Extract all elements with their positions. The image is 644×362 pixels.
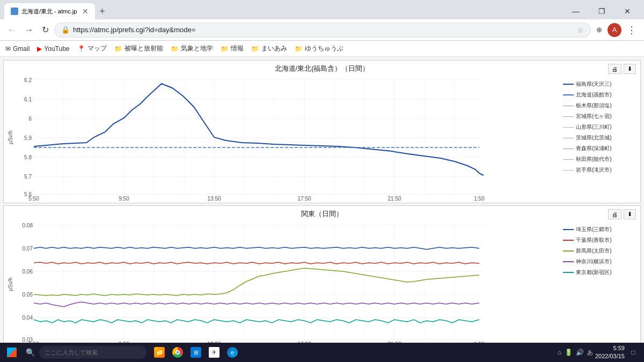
reload-button[interactable]: ↻ [39,23,52,37]
bookmark-youtube[interactable]: ▶ YouTube [37,45,69,53]
chart1-tools: 🖨 ⬇ [608,64,636,74]
address-bar[interactable]: 🔒 https://atmc.jp/prefs.cgi?id=day&mode=… [54,23,591,38]
svg-text:17:50: 17:50 [297,196,311,201]
nav-bar: ← → ↻ 🔒 https://atmc.jp/prefs.cgi?id=day… [0,19,644,41]
menu-button[interactable]: ⋮ [624,23,640,37]
battery-icon: 🔋 [565,349,573,356]
chart1-y-label: μSv/h [4,75,17,201]
chart2-title: 関東（日間） [4,206,640,220]
gmail-icon: ✉ [5,45,11,53]
svg-text:5.8: 5.8 [24,154,32,160]
active-tab[interactable]: 北海道/東北 - atmc.jp ✕ [4,3,95,19]
taskbar-app4[interactable]: ✈ [206,343,223,362]
windows-logo [7,348,17,357]
svg-text:0.06: 0.06 [23,269,33,275]
chart1-download-button[interactable]: ⬇ [624,64,636,74]
taskbar-app3[interactable]: ⊞ [187,343,204,362]
back-button[interactable]: ← [4,23,19,37]
profile-button[interactable]: A [608,23,621,37]
url-text: https://atmc.jp/prefs.cgi?id=day&mode= [73,26,574,34]
legend-item-9: 岩手県(滝沢市) [563,165,637,175]
time-display: 5:59 2022/03/15 [595,344,625,361]
tab-bar: 北海道/東北 - atmc.jp ✕ + — ❐ ✕ [0,0,644,19]
maps-icon: 📍 [77,45,85,53]
chart1-title: 北海道/東北(福島含）（日間） [4,61,640,75]
bookmark-folder5[interactable]: 📁 ゆうちゅうぶ [295,44,343,53]
legend-item-1: 福島県(天沢三) [563,79,637,90]
svg-text:5:50: 5:50 [28,196,39,201]
chart2-download-button[interactable]: ⬇ [624,209,636,219]
tab-close-button[interactable]: ✕ [82,7,89,16]
page-content: 北海道/東北(福島含）（日間） 🖨 ⬇ μSv/h [0,57,644,343]
close-button[interactable]: ✕ [615,3,640,19]
chart2-y-label: μSv/h [4,220,17,343]
svg-text:0.08: 0.08 [23,223,33,228]
chart1-wrapper: 北海道/東北(福島含）（日間） 🖨 ⬇ μSv/h [3,60,641,203]
legend-item-3: 栃木県(那須塩) [563,100,637,111]
start-button[interactable] [0,343,24,362]
taskbar-edge[interactable]: e [224,343,241,362]
svg-text:9:50: 9:50 [119,196,129,201]
chart2-print-button[interactable]: 🖨 [608,209,621,219]
lock-icon: 🔒 [61,26,70,34]
notification-button[interactable]: □ [627,343,640,362]
chart1-print-button[interactable]: 🖨 [608,64,621,74]
svg-text:6: 6 [28,116,32,122]
chart1-plot-area: 6.2 6.1 6 5.9 5.8 5.7 5.6 [17,75,560,201]
svg-rect-0 [17,75,500,201]
svg-rect-35 [17,220,500,343]
search-button[interactable]: 🔍 [24,346,37,359]
svg-text:0.07: 0.07 [23,246,33,252]
taskbar-right: ⌂ 🔋 🔊 あ 5:59 2022/03/15 □ [558,343,644,362]
folder4-icon: 📁 [251,45,259,53]
window-controls: — ❐ ✕ [564,3,640,19]
chart2-legend: 埼玉県(三郷市) 千葉県(香取市) 群馬県(太田市) 神奈川(横浜市) 東京都(… [560,220,640,343]
tab-label: 北海道/東北 - atmc.jp [21,8,77,16]
minimize-button[interactable]: — [564,3,588,19]
taskbar-search[interactable] [39,346,147,359]
legend2-item-3: 群馬県(太田市) [563,246,637,256]
extensions-button[interactable]: ⊕ [593,24,605,36]
chart2-plot-area: 0.08 0.07 0.06 0.05 0.04 0.03 [17,220,560,343]
volume-icon: 🔊 [576,349,584,356]
bookmark-folder3[interactable]: 📁 情報 [221,44,244,53]
folder2-icon: 📁 [171,45,179,53]
taskbar-chrome[interactable] [169,343,186,362]
date-display: 2022/03/15 [595,352,625,360]
bookmark-folder1[interactable]: 📁 被曝と放射能 [114,44,163,53]
svg-text:6.2: 6.2 [24,77,32,83]
system-icons: ⌂ 🔋 🔊 あ [558,349,593,357]
folder5-icon: 📁 [295,45,303,53]
bookmark-folder2[interactable]: 📁 気象と地学 [171,44,213,53]
taskbar: 🔍 📁 ⊞ ✈ e ⌂ 🔋 🔊 あ 5:59 2022/03/15 [0,343,644,362]
legend-item-4: 宮城県(七ヶ宿) [563,111,637,122]
new-tab-button[interactable]: + [95,4,109,19]
forward-button[interactable]: → [21,23,36,37]
svg-text:5.7: 5.7 [24,174,32,180]
svg-text:13:50: 13:50 [207,196,221,201]
tab-favicon [11,8,18,15]
restore-button[interactable]: ❐ [589,3,614,19]
bookmark-folder4[interactable]: 📁 まいあみ [251,44,287,53]
legend-item-5: 山形県(三川町) [563,122,637,132]
bookmark-star[interactable]: ☆ [577,26,584,34]
svg-text:6.1: 6.1 [24,97,32,102]
chart1-legend: 福島県(天沢三) 北海道(函館市) 栃木県(那須塩) 宮城県(七ヶ宿) 山形県(… [560,75,640,201]
legend-item-8: 秋田県(能代市) [563,154,637,165]
bookmark-maps[interactable]: 📍 マップ [77,44,107,53]
chart1-svg: 6.2 6.1 6 5.9 5.8 5.7 5.6 [17,75,500,201]
bookmark-gmail[interactable]: ✉ Gmail [5,45,30,53]
chart2-tools: 🖨 ⬇ [608,209,636,219]
legend2-item-5: 東京都(新宿区) [563,267,637,278]
chart2-svg: 0.08 0.07 0.06 0.05 0.04 0.03 [17,220,500,343]
legend2-item-2: 千葉県(香取市) [563,235,637,246]
taskbar-explorer[interactable]: 📁 [151,343,168,362]
lang-indicator: あ [587,349,593,357]
legend-item-7: 青森県(深浦町) [563,143,637,154]
clock: 5:59 [595,344,625,352]
svg-text:0.05: 0.05 [23,292,33,298]
svg-text:5.9: 5.9 [24,135,32,141]
svg-text:21:50: 21:50 [387,196,401,201]
svg-text:1:50: 1:50 [474,196,485,201]
youtube-icon: ▶ [37,45,42,53]
